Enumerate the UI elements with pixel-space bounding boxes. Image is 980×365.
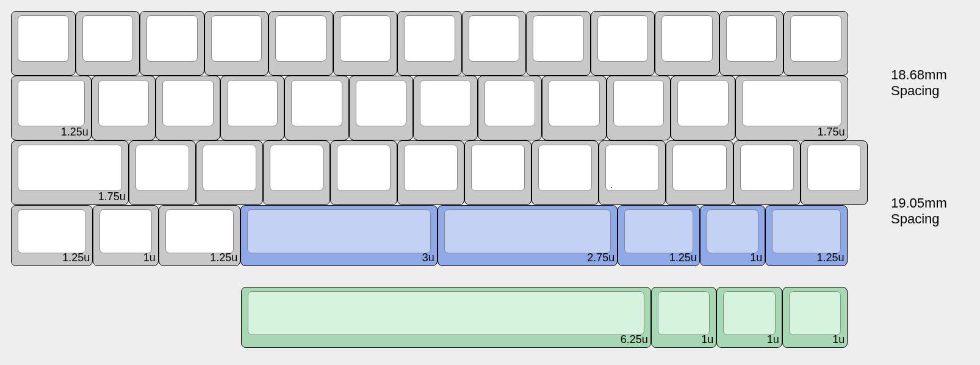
row3-key-5: 1.25u [618, 205, 699, 266]
row2-key-7 [531, 140, 599, 205]
keytop [165, 209, 234, 253]
key-size-label: 1.75u [98, 190, 126, 203]
keytop [533, 15, 584, 62]
keytop [661, 15, 713, 62]
row3-key-7: 1.25u [765, 205, 847, 266]
keytop [742, 80, 841, 126]
keytop [18, 15, 69, 62]
keytop: . [605, 145, 659, 191]
anno-line1: 18.68mm [891, 67, 947, 83]
keytop [672, 145, 726, 191]
keytop [789, 291, 841, 335]
row3-key-6: 1u [700, 205, 766, 266]
keytop [18, 80, 85, 126]
keytop [227, 80, 278, 126]
keytop [247, 209, 431, 253]
row1-key-0: 1.25u [11, 76, 92, 140]
keytop [469, 15, 520, 62]
row2-key-2 [196, 140, 263, 205]
keytop [790, 15, 841, 62]
key-size-label: 1.75u [817, 126, 845, 139]
row2-key-8: . [599, 140, 666, 205]
keytop [772, 209, 840, 253]
keytop [658, 291, 710, 335]
key-size-label: 1u [832, 333, 845, 346]
keytop [807, 145, 861, 191]
keytop [146, 15, 198, 62]
row0-key-7 [462, 11, 527, 76]
keytop [549, 80, 600, 126]
row0-key-1 [76, 11, 140, 76]
keytop [98, 80, 150, 126]
row1-key-8 [542, 76, 607, 140]
spacing-top: 18.68mmSpacing [891, 67, 947, 99]
row0-key-11 [719, 11, 784, 76]
keytop [444, 209, 611, 253]
keytop [404, 145, 458, 191]
key-size-label: 1.25u [669, 251, 697, 264]
row2-key-3 [263, 140, 330, 205]
key-size-label: 1.25u [210, 251, 237, 264]
row1-key-10 [671, 76, 735, 140]
keytop [99, 209, 152, 253]
row0-key-5 [333, 11, 398, 76]
anno-line2: Spacing [891, 83, 947, 99]
keytop [356, 80, 407, 126]
row0-key-10 [655, 11, 719, 76]
keytop [162, 80, 214, 126]
key-size-label: 6.25u [621, 333, 648, 346]
row1-key-9 [607, 76, 671, 140]
spacing-bottom: 19.05mmSpacing [891, 195, 947, 228]
keytop [135, 145, 189, 191]
row3-key-2: 1.25u [159, 205, 240, 266]
row1-key-7 [478, 76, 542, 140]
keytop [726, 15, 777, 62]
row2-key-6 [464, 140, 531, 205]
keytop [291, 80, 342, 126]
row1-key-6 [413, 76, 478, 140]
row3-key-0: 1.25u [11, 205, 93, 266]
row0-key-0 [11, 11, 76, 76]
key-size-label: 1u [750, 251, 762, 264]
row2-key-10 [733, 140, 801, 205]
row0-key-9 [591, 11, 655, 76]
keytop [18, 145, 122, 191]
row3-key-3: 3u [240, 205, 438, 266]
row2-key-1 [129, 140, 196, 205]
row1-key-1 [92, 76, 156, 140]
keytop [82, 15, 134, 62]
row2-key-4 [330, 140, 397, 205]
keytop [270, 145, 323, 191]
anno-line1: 19.05mm [891, 195, 947, 211]
keytop [248, 291, 644, 335]
row0-key-4 [268, 11, 333, 76]
keytop [18, 209, 86, 253]
keytop [740, 145, 794, 191]
row2-key-9 [666, 140, 733, 205]
row0-key-8 [526, 11, 591, 76]
row2-key-11 [801, 140, 868, 205]
keytop [723, 291, 776, 335]
alt-row-key-3: 1u [782, 287, 848, 348]
keytop [337, 145, 391, 191]
row1-key-4 [284, 76, 349, 140]
keytop [485, 80, 536, 126]
keytop [613, 80, 665, 126]
key-size-label: 1.25u [62, 251, 90, 264]
row3-key-1: 1u [93, 205, 159, 266]
row1-key-3 [220, 76, 285, 140]
row2-key-5 [397, 140, 464, 205]
keytop [707, 209, 759, 253]
keytop [597, 15, 649, 62]
row0-key-2 [140, 11, 204, 76]
anno-line2: Spacing [891, 211, 947, 227]
key-size-label: 2.75u [587, 251, 614, 264]
row1-key-11: 1.75u [735, 76, 848, 140]
key-size-label: 1.25u [817, 251, 845, 264]
key-size-label: 1u [701, 333, 713, 346]
alt-row-key-0: 6.25u [241, 287, 651, 348]
alt-row-key-1: 1u [651, 287, 717, 348]
keytop [203, 145, 256, 191]
alt-row-key-2: 1u [716, 287, 782, 348]
keytop [538, 145, 592, 191]
